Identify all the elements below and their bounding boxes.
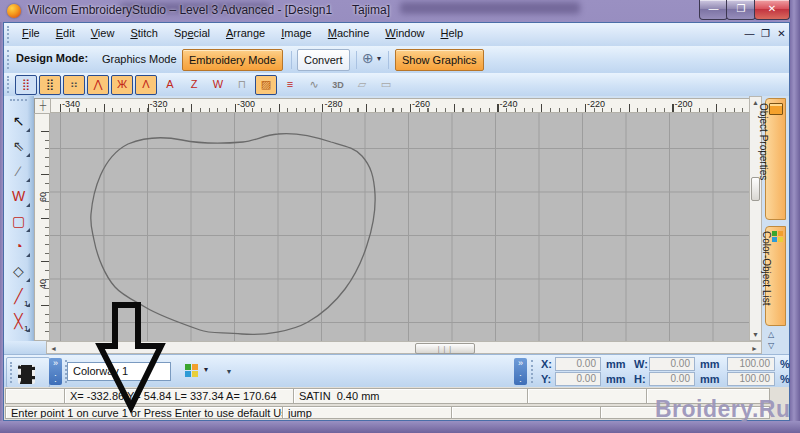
toolbar-grip[interactable]	[7, 76, 14, 92]
colorway-select[interactable]: Colorway 1 ▼	[67, 362, 171, 381]
menu-file[interactable]: File	[14, 23, 48, 46]
h-unit: mm	[700, 373, 720, 385]
scale-y-field[interactable]: 100.00	[727, 372, 775, 386]
scroll-down-icon[interactable]: ▼	[750, 331, 761, 338]
separator	[388, 51, 389, 69]
menu-edit[interactable]: Edit	[48, 23, 83, 46]
step-stitch-icon[interactable]: ⊓	[231, 75, 253, 95]
basket-icon[interactable]: ▭	[375, 75, 397, 95]
w-field[interactable]: 0.00	[649, 357, 695, 371]
stitch-icons: ⣿⣿⠶⋀ЖΛAZW⊓▨≡∿3D▱▭	[14, 75, 398, 96]
workspace: ↖⇖∕W▢◔◇╱1╳1 ┼ -340-320-300-280-260-240-2…	[4, 96, 789, 341]
satin-lines-icon[interactable]: ≡	[279, 75, 301, 95]
chevron-down-icon[interactable]: ▾	[377, 54, 381, 63]
menu-stitch[interactable]: Stitch	[122, 23, 166, 46]
vertical-ruler[interactable]: 6040	[34, 113, 50, 341]
digitize-shape-tool[interactable]: ◇	[6, 259, 32, 284]
toolbar-overflow-button[interactable]: » ⁚	[514, 358, 527, 385]
horizontal-ruler[interactable]: -340-320-300-280-260-240-220-200-180	[50, 98, 762, 113]
color-swatch	[185, 364, 191, 370]
ruler-label: -260	[412, 99, 430, 109]
mdi-minimize-button[interactable]: —	[742, 27, 757, 41]
pattern-fill-icon[interactable]: ▨	[255, 75, 277, 95]
show-graphics-button[interactable]: Show Graphics	[395, 49, 484, 71]
horizontal-scroll-thumb[interactable]: | | |	[415, 343, 475, 354]
toolbar-overflow-button[interactable]: » ⁚	[49, 358, 62, 385]
chevron-right-icon: »	[514, 358, 527, 369]
toolbox: ↖⇖∕W▢◔◇╱1╳1	[4, 96, 34, 341]
chevron-down-icon[interactable]: ▾	[204, 365, 208, 374]
tab-object-properties[interactable]: Object Properties	[765, 98, 786, 220]
envelope-icon[interactable]: ▱	[351, 75, 373, 95]
3d-effect-icon[interactable]: 3D	[327, 76, 349, 96]
tab-label: Color-Object List	[761, 231, 772, 305]
window-border	[790, 0, 800, 433]
mdi-restore-button[interactable]: ❐	[758, 27, 773, 41]
maximize-button[interactable]: ❐	[726, 0, 756, 20]
toolbar-grip[interactable]	[7, 26, 14, 42]
minimize-button[interactable]: —	[699, 0, 728, 20]
menubar: FileEditViewStitchSpecialArrangeImageMac…	[4, 23, 789, 47]
tatami-fill-icon[interactable]: ⣿	[39, 75, 61, 95]
convert-button[interactable]: Convert	[297, 49, 350, 71]
knife-tool[interactable]: ∕	[6, 159, 32, 184]
watermark: Broidery.Ru	[655, 396, 790, 423]
graphics-mode-button[interactable]: Graphics Mode	[96, 49, 183, 69]
menu-image[interactable]: Image	[273, 23, 320, 46]
select-tool[interactable]: ↖	[6, 109, 32, 134]
film-strip-icon[interactable]	[18, 365, 35, 384]
close-button[interactable]: ✕	[754, 0, 790, 20]
tab-color-object-list[interactable]: Color-Object List	[765, 226, 786, 326]
current-stitch-type: SATIN 0.40 mm	[293, 388, 531, 404]
ruler-label: 40	[38, 277, 48, 291]
run-stitch-tool[interactable]: ╱1	[6, 284, 32, 309]
menu-help[interactable]: Help	[432, 23, 471, 46]
hoop-globe-icon[interactable]: ⊕	[362, 50, 374, 66]
design-canvas[interactable]	[50, 113, 749, 341]
window-title: Wilcom EmbroideryStudio – Level 3 Advanc…	[28, 3, 390, 17]
toolbar-grip[interactable]	[531, 360, 538, 383]
menu-special[interactable]: Special	[166, 23, 218, 46]
fan-fill-icon[interactable]: Ж	[111, 75, 133, 95]
menu-arrange[interactable]: Arrange	[218, 23, 273, 46]
pager-up-icon[interactable]: △	[768, 330, 774, 339]
mdi-close-button[interactable]: ✕	[774, 27, 789, 41]
scroll-right-icon[interactable]: ►	[751, 345, 758, 352]
scroll-left-icon[interactable]: ◄	[50, 345, 57, 352]
chevron-down-icon[interactable]: ▼	[224, 364, 234, 379]
manual-stitch-tool[interactable]: ╳1	[6, 309, 32, 334]
pager-down-icon[interactable]: ▽	[768, 341, 774, 350]
y-field[interactable]: 0.00	[555, 372, 601, 386]
hatch-fill-icon[interactable]: ∿	[303, 75, 325, 95]
reshape-tool[interactable]: ⇖	[6, 134, 32, 159]
toolbar-grip[interactable]	[7, 50, 14, 69]
ruler-label: -240	[500, 99, 518, 109]
separator	[356, 51, 357, 69]
embroidery-mode-button[interactable]: Embroidery Mode	[182, 49, 283, 71]
motif-fill-icon[interactable]: ⠶	[63, 75, 85, 95]
zigzag-stitch-icon[interactable]: Z	[183, 75, 205, 95]
h-field[interactable]: 0.00	[649, 372, 695, 386]
color-mixer-icon[interactable]	[185, 364, 199, 378]
horizontal-scrollbar[interactable]: ◄ | | | ►	[46, 341, 762, 354]
scale-x-field[interactable]: 100.00	[727, 357, 775, 371]
scale-x-unit: %	[780, 358, 790, 370]
contour-fill-icon[interactable]: Λ	[135, 75, 157, 95]
color-swatch	[778, 237, 783, 242]
menu-window[interactable]: Window	[377, 23, 432, 46]
toolbar-grip[interactable]	[10, 362, 17, 382]
color-wheel-tool[interactable]: ◔	[6, 234, 32, 259]
wave-stitch-icon[interactable]: W	[207, 75, 229, 95]
ruler-label: -280	[325, 99, 343, 109]
outline-stitch-icon[interactable]: ⣿	[15, 75, 37, 95]
menu-machine[interactable]: Machine	[320, 23, 378, 46]
w-unit: mm	[700, 358, 720, 370]
menu-view[interactable]: View	[83, 23, 123, 46]
x-field[interactable]: 0.00	[555, 357, 601, 371]
toolbar-grip[interactable]	[10, 99, 27, 109]
fill-shape-tool[interactable]: ▢	[6, 209, 32, 234]
colorway-toolbar: » ⁚ Colorway 1 ▼ ▾ » ⁚ X: 0.00 mm Y: 0.0…	[4, 354, 789, 388]
a-outline-icon[interactable]: A	[159, 75, 181, 95]
lettering-tool[interactable]: W	[6, 184, 32, 209]
satin-fill-icon[interactable]: ⋀	[87, 75, 109, 95]
